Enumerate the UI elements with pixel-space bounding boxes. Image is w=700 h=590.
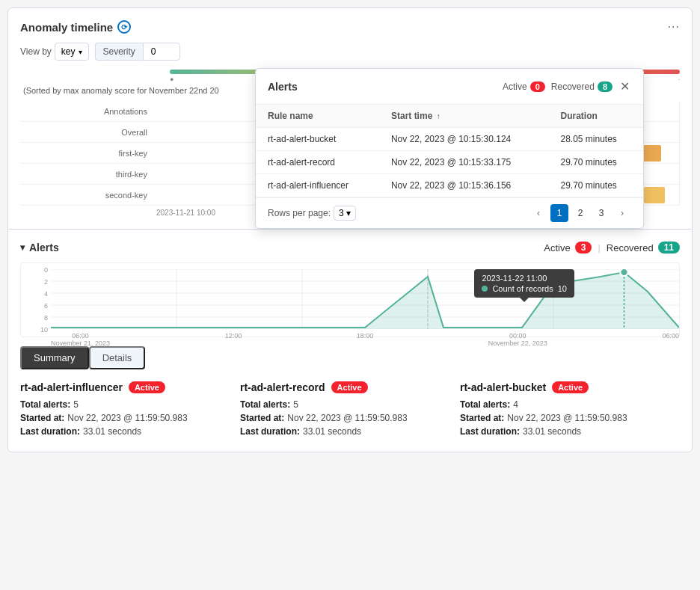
summary-card: rt-ad-alert-influencer Active Total aler… bbox=[20, 381, 240, 440]
table-row: rt-ad-alert-record Nov 22, 2023 @ 10:15:… bbox=[256, 151, 643, 174]
tooltip-dot bbox=[482, 286, 488, 292]
cell-start-0: Nov 22, 2023 @ 10:15:30.124 bbox=[379, 128, 549, 151]
rows-select-chevron-icon: ▾ bbox=[346, 208, 351, 218]
tooltip-arrow bbox=[520, 298, 529, 302]
card-started-at: Started at: Nov 22, 2023 @ 11:59:50.983 bbox=[240, 413, 445, 423]
card-started-at: Started at: Nov 22, 2023 @ 11:59:50.983 bbox=[460, 413, 665, 423]
cell-rule-2: rt-ad-alert-influencer bbox=[256, 174, 379, 197]
alerts-section: ▾ Alerts Active 3 | Recovered 11 10 8 bbox=[8, 230, 692, 452]
close-button[interactable]: ✕ bbox=[618, 78, 631, 95]
table-row: rt-ad-alert-influencer Nov 22, 2023 @ 10… bbox=[256, 174, 643, 197]
severity-input[interactable] bbox=[143, 43, 180, 61]
card-total-alerts: Total alerts: 4 bbox=[460, 399, 665, 410]
tabs: Summary Details bbox=[20, 346, 680, 369]
sort-icon: ↑ bbox=[437, 112, 440, 120]
row-label-secondkey: second-key bbox=[20, 191, 155, 200]
card-name-row: rt-ad-alert-record Active bbox=[240, 381, 445, 393]
chart-svg bbox=[51, 269, 679, 329]
card-total-alerts: Total alerts: 5 bbox=[20, 399, 225, 410]
section-recovered-badge: 11 bbox=[658, 242, 680, 253]
cell-rule-1: rt-ad-alert-record bbox=[256, 151, 379, 174]
next-page-button[interactable]: › bbox=[613, 204, 631, 222]
status-badge: Active bbox=[129, 381, 165, 393]
active-count-badge: 0 bbox=[530, 82, 545, 92]
popup-footer: Rows per page: 3 ▾ ‹ 1 2 3 › bbox=[256, 197, 643, 228]
chevron-down-icon: ▾ bbox=[79, 48, 82, 56]
status-badge: Active bbox=[552, 381, 589, 393]
cell-rule-0: rt-ad-alert-bucket bbox=[256, 128, 379, 151]
anomaly-info-icon[interactable]: ⟳ bbox=[117, 20, 131, 34]
view-by-group: View by key ▾ bbox=[20, 43, 89, 61]
card-name-row: rt-ad-alert-bucket Active bbox=[460, 381, 665, 393]
card-name: rt-ad-alert-influencer bbox=[20, 381, 123, 393]
tab-details[interactable]: Details bbox=[89, 346, 146, 369]
popup-badges: Active 0 Recovered 8 ✕ bbox=[503, 78, 631, 95]
card-started-at: Started at: Nov 22, 2023 @ 11:59:50.983 bbox=[20, 413, 225, 423]
x-label-1800: 18:00 bbox=[357, 332, 374, 347]
section-recovered-label: Recovered bbox=[607, 242, 654, 253]
table-row: rt-ad-alert-bucket Nov 22, 2023 @ 10:15:… bbox=[256, 128, 643, 151]
page-3-button[interactable]: 3 bbox=[592, 204, 610, 222]
x-label-0600-2: 06:00 bbox=[662, 332, 679, 347]
row-label-firstkey: first-key bbox=[20, 149, 155, 158]
card-last-duration: Last duration: 33.01 seconds bbox=[20, 426, 225, 437]
y-label-6: 6 bbox=[24, 302, 48, 310]
prev-page-button[interactable]: ‹ bbox=[529, 204, 547, 222]
tooltip-val: 10 bbox=[558, 284, 567, 293]
cell-duration-0: 28.05 minutes bbox=[548, 128, 643, 151]
anomaly-title: Anomaly timeline ⟳ bbox=[20, 20, 131, 34]
page-1-button[interactable]: 1 bbox=[550, 204, 568, 222]
cell-start-1: Nov 22, 2023 @ 10:15:33.175 bbox=[379, 151, 549, 174]
summary-card: rt-ad-alert-bucket Active Total alerts: … bbox=[460, 381, 680, 440]
col-duration: Duration bbox=[548, 105, 643, 128]
heat-block-firstkey-2 bbox=[642, 145, 661, 162]
view-by-select[interactable]: key ▾ bbox=[55, 43, 89, 61]
alerts-counts: Active 3 | Recovered 11 bbox=[544, 242, 680, 253]
anomaly-title-text: Anomaly timeline bbox=[20, 21, 113, 34]
severity-label: Severity bbox=[95, 43, 143, 61]
tooltip-value: Count of records 10 bbox=[482, 284, 567, 293]
more-options-icon[interactable]: ··· bbox=[668, 20, 680, 34]
severity-group: Severity bbox=[95, 43, 180, 61]
col-start-time: Start time ↑ bbox=[379, 105, 549, 128]
alerts-section-title-text: Alerts bbox=[29, 242, 59, 253]
tab-summary[interactable]: Summary bbox=[20, 346, 89, 369]
y-label-4: 4 bbox=[24, 290, 48, 298]
page-2-button[interactable]: 2 bbox=[571, 204, 589, 222]
summary-card: rt-ad-alert-record Active Total alerts: … bbox=[240, 381, 460, 440]
card-name: rt-ad-alert-record bbox=[240, 381, 325, 393]
recovered-badge-group: Recovered 8 bbox=[551, 82, 612, 92]
col-rule-name: Rule name bbox=[256, 105, 379, 128]
rows-per-page-group: Rows per page: 3 ▾ bbox=[268, 206, 356, 221]
card-total-alerts: Total alerts: 5 bbox=[240, 399, 445, 410]
y-label-2: 2 bbox=[24, 278, 48, 286]
active-label: Active bbox=[503, 82, 527, 92]
rows-per-page-select[interactable]: 3 ▾ bbox=[334, 206, 356, 221]
recovered-label: Recovered bbox=[551, 82, 595, 92]
x-label-0600-1: 06:00 November 21, 2023 bbox=[51, 332, 110, 347]
alerts-section-header: ▾ Alerts Active 3 | Recovered 11 bbox=[20, 242, 680, 253]
card-name: rt-ad-alert-bucket bbox=[460, 381, 546, 393]
y-label-10: 10 bbox=[24, 326, 48, 334]
recovered-count-group: Recovered 11 bbox=[607, 242, 680, 253]
collapse-icon[interactable]: ▾ bbox=[20, 242, 25, 253]
alerts-table: Rule name Start time ↑ Duration rt-ad-al… bbox=[256, 105, 643, 197]
popup-title: Alerts bbox=[268, 81, 298, 93]
chart-tooltip: 2023-11-22 11:00 Count of records 10 bbox=[474, 269, 574, 298]
active-count-group: Active 3 bbox=[544, 242, 592, 253]
rows-per-page-label: Rows per page: bbox=[268, 208, 331, 218]
section-active-badge: 3 bbox=[575, 242, 592, 253]
cell-start-2: Nov 22, 2023 @ 10:15:36.156 bbox=[379, 174, 549, 197]
popup-header: Alerts Active 0 Recovered 8 ✕ bbox=[256, 69, 643, 105]
heat-block-secondkey bbox=[644, 187, 665, 203]
chart-area: 10 8 6 4 2 0 bbox=[20, 262, 680, 337]
recovered-count-badge: 8 bbox=[598, 82, 612, 92]
chart-x-labels: 06:00 November 21, 2023 12:00 18:00 00:0… bbox=[51, 331, 679, 348]
alerts-section-title: ▾ Alerts bbox=[20, 242, 59, 253]
row-label-thirdkey: third-key bbox=[20, 170, 155, 179]
x-label-1200: 12:00 bbox=[225, 332, 242, 347]
y-label-0: 0 bbox=[24, 266, 48, 274]
section-active-label: Active bbox=[544, 242, 570, 253]
chart-inner: 2023-11-22 11:00 Count of records 10 bbox=[51, 269, 679, 331]
active-badge-group: Active 0 bbox=[503, 82, 545, 92]
